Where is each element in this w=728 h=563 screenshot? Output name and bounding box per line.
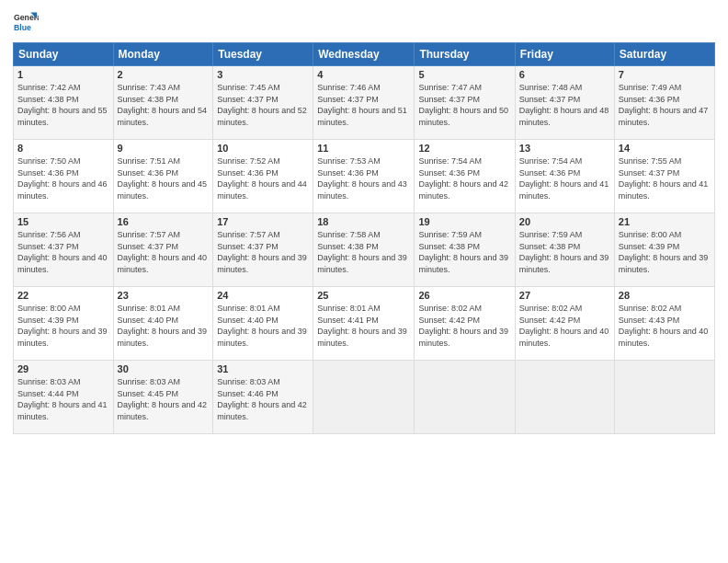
table-row: 19 Sunrise: 7:59 AM Sunset: 4:38 PM Dayl… bbox=[415, 213, 515, 287]
calendar-week-row: 22 Sunrise: 8:00 AM Sunset: 4:39 PM Dayl… bbox=[14, 287, 715, 361]
day-info: Sunrise: 8:00 AM Sunset: 4:39 PM Dayligh… bbox=[619, 229, 711, 275]
calendar-week-row: 29 Sunrise: 8:03 AM Sunset: 4:44 PM Dayl… bbox=[14, 361, 715, 434]
day-number: 3 bbox=[217, 69, 309, 80]
day-info: Sunrise: 7:43 AM Sunset: 4:38 PM Dayligh… bbox=[118, 82, 210, 128]
col-sunday: Sunday bbox=[14, 43, 114, 66]
day-info: Sunrise: 8:03 AM Sunset: 4:46 PM Dayligh… bbox=[217, 376, 309, 422]
table-row: 7 Sunrise: 7:49 AM Sunset: 4:36 PM Dayli… bbox=[614, 66, 714, 140]
logo-icon: General Blue bbox=[13, 9, 39, 35]
table-row: 20 Sunrise: 7:59 AM Sunset: 4:38 PM Dayl… bbox=[515, 213, 614, 287]
table-row: 8 Sunrise: 7:50 AM Sunset: 4:36 PM Dayli… bbox=[14, 140, 114, 213]
day-info: Sunrise: 7:58 AM Sunset: 4:38 PM Dayligh… bbox=[317, 229, 410, 275]
calendar-page: General Blue Sunday Monday Tuesday Wedne… bbox=[0, 0, 728, 563]
day-number: 5 bbox=[418, 69, 510, 80]
day-number: 1 bbox=[17, 69, 109, 80]
col-thursday: Thursday bbox=[415, 43, 515, 66]
day-info: Sunrise: 8:03 AM Sunset: 4:44 PM Dayligh… bbox=[17, 376, 109, 422]
calendar-table: Sunday Monday Tuesday Wednesday Thursday… bbox=[13, 42, 715, 434]
col-monday: Monday bbox=[113, 43, 213, 66]
table-row: 30 Sunrise: 8:03 AM Sunset: 4:45 PM Dayl… bbox=[113, 361, 213, 434]
day-number: 12 bbox=[418, 143, 510, 154]
day-info: Sunrise: 8:02 AM Sunset: 4:42 PM Dayligh… bbox=[418, 303, 510, 349]
table-row: 2 Sunrise: 7:43 AM Sunset: 4:38 PM Dayli… bbox=[113, 66, 213, 140]
day-info: Sunrise: 7:49 AM Sunset: 4:36 PM Dayligh… bbox=[619, 82, 711, 128]
day-info: Sunrise: 7:52 AM Sunset: 4:36 PM Dayligh… bbox=[217, 155, 309, 201]
table-row: 21 Sunrise: 8:00 AM Sunset: 4:39 PM Dayl… bbox=[614, 213, 714, 287]
day-info: Sunrise: 7:59 AM Sunset: 4:38 PM Dayligh… bbox=[519, 229, 610, 275]
day-number: 20 bbox=[519, 216, 610, 227]
table-row: 27 Sunrise: 8:02 AM Sunset: 4:42 PM Dayl… bbox=[515, 287, 614, 361]
day-number: 9 bbox=[118, 143, 210, 154]
table-row: 31 Sunrise: 8:03 AM Sunset: 4:46 PM Dayl… bbox=[213, 361, 313, 434]
table-row: 3 Sunrise: 7:45 AM Sunset: 4:37 PM Dayli… bbox=[213, 66, 313, 140]
table-row: 22 Sunrise: 8:00 AM Sunset: 4:39 PM Dayl… bbox=[14, 287, 114, 361]
table-row: 9 Sunrise: 7:51 AM Sunset: 4:36 PM Dayli… bbox=[113, 140, 213, 213]
day-number: 29 bbox=[17, 363, 109, 374]
header: General Blue bbox=[13, 9, 715, 35]
table-row: 5 Sunrise: 7:47 AM Sunset: 4:37 PM Dayli… bbox=[415, 66, 515, 140]
table-row bbox=[415, 361, 515, 434]
day-number: 6 bbox=[519, 69, 610, 80]
day-number: 30 bbox=[118, 363, 210, 374]
col-friday: Friday bbox=[515, 43, 614, 66]
calendar-week-row: 15 Sunrise: 7:56 AM Sunset: 4:37 PM Dayl… bbox=[14, 213, 715, 287]
day-number: 28 bbox=[619, 290, 711, 301]
day-number: 24 bbox=[217, 290, 309, 301]
day-info: Sunrise: 8:01 AM Sunset: 4:41 PM Dayligh… bbox=[317, 303, 410, 349]
day-number: 18 bbox=[317, 216, 410, 227]
day-number: 4 bbox=[317, 69, 410, 80]
table-row: 6 Sunrise: 7:48 AM Sunset: 4:37 PM Dayli… bbox=[515, 66, 614, 140]
table-row: 15 Sunrise: 7:56 AM Sunset: 4:37 PM Dayl… bbox=[14, 213, 114, 287]
table-row: 10 Sunrise: 7:52 AM Sunset: 4:36 PM Dayl… bbox=[213, 140, 313, 213]
day-info: Sunrise: 7:57 AM Sunset: 4:37 PM Dayligh… bbox=[217, 229, 309, 275]
day-number: 13 bbox=[519, 143, 610, 154]
table-row: 12 Sunrise: 7:54 AM Sunset: 4:36 PM Dayl… bbox=[415, 140, 515, 213]
table-row: 29 Sunrise: 8:03 AM Sunset: 4:44 PM Dayl… bbox=[14, 361, 114, 434]
day-number: 17 bbox=[217, 216, 309, 227]
table-row: 23 Sunrise: 8:01 AM Sunset: 4:40 PM Dayl… bbox=[113, 287, 213, 361]
day-number: 2 bbox=[118, 69, 210, 80]
day-info: Sunrise: 8:01 AM Sunset: 4:40 PM Dayligh… bbox=[217, 303, 309, 349]
calendar-week-row: 8 Sunrise: 7:50 AM Sunset: 4:36 PM Dayli… bbox=[14, 140, 715, 213]
table-row bbox=[515, 361, 614, 434]
table-row: 25 Sunrise: 8:01 AM Sunset: 4:41 PM Dayl… bbox=[313, 287, 415, 361]
table-row: 11 Sunrise: 7:53 AM Sunset: 4:36 PM Dayl… bbox=[313, 140, 415, 213]
day-number: 19 bbox=[418, 216, 510, 227]
day-info: Sunrise: 7:54 AM Sunset: 4:36 PM Dayligh… bbox=[519, 155, 610, 201]
day-info: Sunrise: 7:59 AM Sunset: 4:38 PM Dayligh… bbox=[418, 229, 510, 275]
col-tuesday: Tuesday bbox=[213, 43, 313, 66]
day-number: 25 bbox=[317, 290, 410, 301]
table-row: 13 Sunrise: 7:54 AM Sunset: 4:36 PM Dayl… bbox=[515, 140, 614, 213]
day-number: 26 bbox=[418, 290, 510, 301]
table-row: 4 Sunrise: 7:46 AM Sunset: 4:37 PM Dayli… bbox=[313, 66, 415, 140]
day-number: 16 bbox=[118, 216, 210, 227]
table-row: 16 Sunrise: 7:57 AM Sunset: 4:37 PM Dayl… bbox=[113, 213, 213, 287]
day-number: 10 bbox=[217, 143, 309, 154]
day-number: 7 bbox=[619, 69, 711, 80]
table-row: 28 Sunrise: 8:02 AM Sunset: 4:43 PM Dayl… bbox=[614, 287, 714, 361]
header-row: Sunday Monday Tuesday Wednesday Thursday… bbox=[14, 43, 715, 66]
day-info: Sunrise: 7:56 AM Sunset: 4:37 PM Dayligh… bbox=[17, 229, 109, 275]
day-info: Sunrise: 7:48 AM Sunset: 4:37 PM Dayligh… bbox=[519, 82, 610, 128]
table-row: 18 Sunrise: 7:58 AM Sunset: 4:38 PM Dayl… bbox=[313, 213, 415, 287]
day-info: Sunrise: 7:53 AM Sunset: 4:36 PM Dayligh… bbox=[317, 155, 410, 201]
calendar-week-row: 1 Sunrise: 7:42 AM Sunset: 4:38 PM Dayli… bbox=[14, 66, 715, 140]
day-info: Sunrise: 7:54 AM Sunset: 4:36 PM Dayligh… bbox=[418, 155, 510, 201]
day-number: 21 bbox=[619, 216, 711, 227]
day-number: 8 bbox=[17, 143, 109, 154]
col-saturday: Saturday bbox=[614, 43, 714, 66]
day-info: Sunrise: 8:01 AM Sunset: 4:40 PM Dayligh… bbox=[118, 303, 210, 349]
day-number: 22 bbox=[17, 290, 109, 301]
day-info: Sunrise: 7:46 AM Sunset: 4:37 PM Dayligh… bbox=[317, 82, 410, 128]
table-row: 14 Sunrise: 7:55 AM Sunset: 4:37 PM Dayl… bbox=[614, 140, 714, 213]
day-info: Sunrise: 7:47 AM Sunset: 4:37 PM Dayligh… bbox=[418, 82, 510, 128]
day-info: Sunrise: 8:00 AM Sunset: 4:39 PM Dayligh… bbox=[17, 303, 109, 349]
day-number: 31 bbox=[217, 363, 309, 374]
table-row bbox=[614, 361, 714, 434]
svg-text:Blue: Blue bbox=[14, 23, 31, 32]
table-row: 26 Sunrise: 8:02 AM Sunset: 4:42 PM Dayl… bbox=[415, 287, 515, 361]
day-info: Sunrise: 8:03 AM Sunset: 4:45 PM Dayligh… bbox=[118, 376, 210, 422]
table-row bbox=[313, 361, 415, 434]
table-row: 17 Sunrise: 7:57 AM Sunset: 4:37 PM Dayl… bbox=[213, 213, 313, 287]
day-info: Sunrise: 7:45 AM Sunset: 4:37 PM Dayligh… bbox=[217, 82, 309, 128]
